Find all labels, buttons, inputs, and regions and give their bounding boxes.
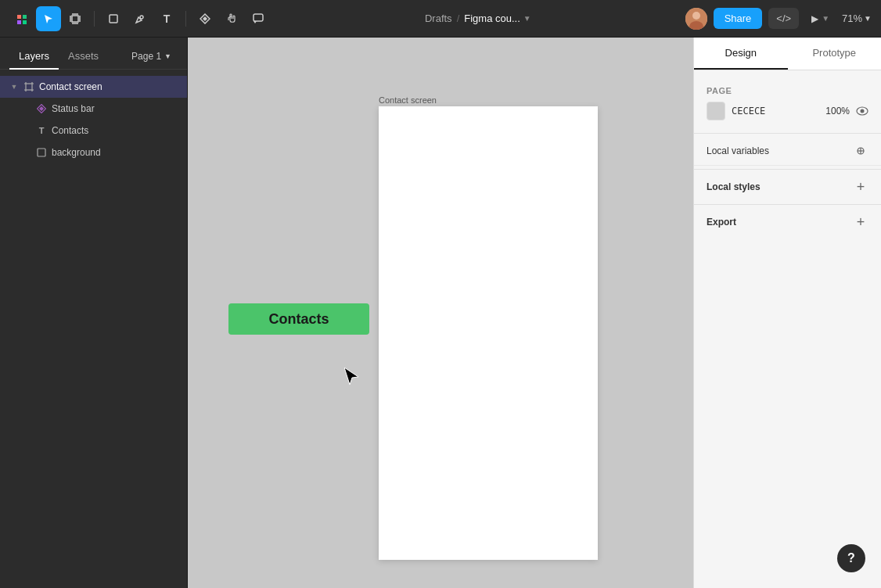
rect-icon (36, 147, 47, 158)
toolbar-right: Share </> ▶ ▼ 71% ▼ (685, 8, 872, 30)
page-color-value[interactable]: CECECE (732, 106, 765, 117)
zoom-label: 71% (842, 13, 862, 24)
export-add-button[interactable]: + (853, 214, 868, 230)
chevron-down-icon: ▼ (164, 52, 171, 60)
page-color-row: CECECE 100% (707, 102, 868, 120)
divider-3 (694, 204, 881, 205)
page-color-swatch[interactable] (707, 102, 725, 120)
page-section: Page CECECE 100% (694, 80, 881, 130)
export-header: Export + (694, 208, 881, 236)
svg-rect-24 (38, 149, 45, 156)
layer-label: background (52, 147, 101, 158)
play-icon: ▶ (811, 13, 818, 24)
separator-2 (185, 11, 186, 27)
text-icon: T (36, 125, 47, 136)
svg-rect-9 (110, 15, 117, 23)
svg-rect-15 (26, 84, 32, 90)
layer-item-contacts[interactable]: ▶ T Contacts (0, 120, 187, 142)
tool-group-left: T (9, 6, 271, 31)
chevron-down-icon: ▼ (9, 82, 19, 91)
file-name[interactable]: Figma cou... ▼ (464, 13, 530, 24)
component-icon (36, 103, 47, 114)
tab-assets[interactable]: Assets (59, 44, 108, 70)
components-button[interactable] (192, 6, 218, 31)
page-section-label: Page (707, 86, 868, 95)
right-panel-content: Page CECECE 100% Local variables (694, 70, 881, 588)
code-icon: </> (776, 13, 791, 24)
local-variables-label: Local variables (707, 145, 769, 156)
layer-item-background[interactable]: ▶ background (0, 142, 187, 163)
export-label: Export (707, 217, 736, 228)
chevron-down-icon: ▼ (822, 14, 829, 23)
code-button[interactable]: </> (768, 8, 799, 29)
local-styles-label: Local styles (707, 181, 761, 192)
divider-1 (694, 133, 881, 134)
separator-1 (94, 11, 95, 27)
contacts-chip-label: Contacts (268, 311, 329, 328)
share-button[interactable]: Share (714, 8, 763, 29)
cursor-icon (344, 368, 360, 391)
canvas-frame[interactable] (379, 106, 598, 560)
frame-icon (23, 81, 34, 92)
menu-button[interactable] (9, 6, 34, 31)
local-styles-header: Local styles + (694, 173, 881, 201)
contacts-chip[interactable]: Contacts (228, 303, 369, 335)
right-panel-tabs: Design Prototype (694, 38, 881, 70)
shape-tool-button[interactable] (101, 6, 126, 31)
toolbar-center: Drafts / Figma cou... ▼ (274, 13, 682, 24)
layers-list: ▼ Contact screen (0, 70, 187, 588)
drafts-label[interactable]: Drafts (425, 13, 452, 24)
panel-tab-extra: Page 1 ▼ (125, 48, 178, 65)
main-area: Layers Assets Page 1 ▼ ▼ (0, 38, 881, 588)
right-panel: Design Prototype Page CECECE 100% (693, 38, 881, 588)
svg-rect-1 (23, 15, 27, 19)
layer-item-status-bar[interactable]: ▶ Status bar (0, 98, 187, 120)
chevron-down-icon: ▼ (523, 14, 531, 23)
svg-rect-11 (254, 14, 263, 21)
visibility-toggle[interactable] (856, 106, 868, 116)
pen-tool-button[interactable] (128, 6, 153, 31)
help-button[interactable]: ? (837, 544, 865, 572)
divider-2 (694, 169, 881, 170)
breadcrumb-separator: / (457, 13, 460, 24)
frame-tool-button[interactable] (63, 6, 88, 31)
file-name-label: Figma cou... (464, 13, 520, 24)
left-panel: Layers Assets Page 1 ▼ ▼ (0, 38, 188, 588)
panel-tabs: Layers Assets Page 1 ▼ (0, 38, 187, 70)
layer-label: Contact screen (39, 81, 102, 92)
zoom-control[interactable]: 71% ▼ (842, 13, 872, 24)
move-tool-button[interactable] (36, 6, 61, 31)
tab-design[interactable]: Design (694, 38, 788, 70)
svg-rect-0 (17, 15, 21, 19)
page-selector[interactable]: Page 1 ▼ (125, 48, 178, 65)
svg-point-13 (692, 12, 700, 20)
play-button[interactable]: ▶ ▼ (805, 9, 836, 29)
tab-layers[interactable]: Layers (9, 44, 59, 70)
page-selector-label: Page 1 (131, 51, 161, 62)
layer-item-contact-screen[interactable]: ▼ Contact screen (0, 76, 187, 98)
toolbar: T Drafts / Figma co (0, 0, 881, 38)
local-styles-add-button[interactable]: + (853, 179, 868, 195)
canvas-frame-label: Contact screen (379, 95, 437, 105)
layer-label: Status bar (52, 103, 95, 114)
avatar (685, 8, 707, 30)
svg-rect-4 (72, 16, 78, 22)
text-tool-button[interactable]: T (154, 6, 179, 31)
svg-point-10 (140, 16, 143, 19)
layer-label: Contacts (52, 125, 88, 136)
page-opacity-value[interactable]: 100% (825, 106, 850, 117)
svg-rect-3 (23, 20, 27, 24)
local-variables-row[interactable]: Local variables (694, 137, 881, 166)
local-variables-settings-button[interactable] (853, 143, 868, 159)
tab-prototype[interactable]: Prototype (788, 38, 882, 70)
hand-tool-button[interactable] (219, 6, 244, 31)
breadcrumb: Drafts / Figma cou... ▼ (425, 13, 531, 24)
chevron-down-icon: ▼ (864, 14, 872, 23)
svg-point-26 (861, 109, 865, 113)
comment-tool-button[interactable] (246, 6, 271, 31)
svg-rect-2 (17, 20, 21, 24)
canvas-area[interactable]: Contact screen Contacts (188, 38, 693, 588)
